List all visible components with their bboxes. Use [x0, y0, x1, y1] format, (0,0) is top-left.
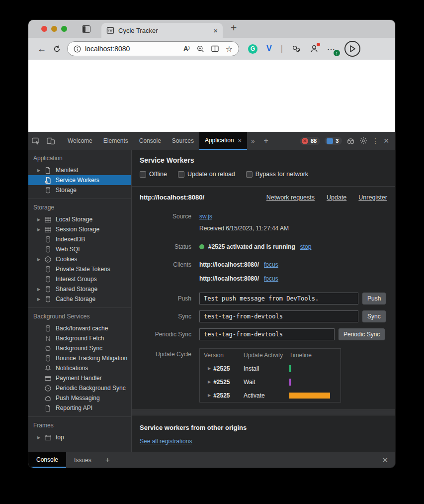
close-drawer-icon[interactable]: ✕ — [382, 452, 395, 468]
minimize-window-button[interactable] — [51, 26, 57, 32]
sidebar-item-interest-groups[interactable]: Interest Groups — [28, 274, 131, 284]
checkbox-update-on-reload[interactable]: Update on reload — [178, 171, 235, 178]
focus-link[interactable]: focus — [264, 261, 278, 268]
sidebar-item-manifest[interactable]: ▶Manifest — [28, 165, 131, 175]
collections-icon[interactable] — [292, 45, 301, 53]
read-aloud-icon[interactable]: A) — [183, 45, 190, 53]
sidebar-item-top[interactable]: ▶top — [28, 432, 131, 442]
error-count-badge[interactable]: ✕ 88 — [300, 137, 320, 145]
zoom-window-button[interactable] — [61, 26, 67, 32]
drawer-tab-issues[interactable]: Issues — [66, 452, 99, 468]
split-screen-icon[interactable] — [211, 45, 219, 52]
drawer-tab-console[interactable]: Console — [28, 452, 66, 468]
issue-count-badge[interactable]: 3 — [325, 137, 342, 145]
zoom-icon[interactable] — [197, 45, 204, 53]
sync-button[interactable]: Sync — [362, 310, 386, 322]
sidebar-item-shared-storage[interactable]: ▶Shared Storage — [28, 284, 131, 294]
expand-arrow-icon[interactable]: ▶ — [37, 227, 44, 232]
sidebar-item-background-sync[interactable]: Background Sync — [28, 343, 131, 353]
expand-arrow-icon[interactable]: ▶ — [37, 435, 44, 440]
cycle-row-wait[interactable]: ▶#2525Wait — [200, 375, 340, 389]
sidebar-item-service-workers[interactable]: Service Workers — [28, 175, 131, 185]
close-panel-tab-icon[interactable]: × — [238, 137, 242, 144]
update-link[interactable]: Update — [327, 194, 346, 201]
sidebar-item-web-sql[interactable]: Web SQL — [28, 244, 131, 254]
add-drawer-tab-icon[interactable]: + — [99, 452, 116, 468]
focus-link[interactable]: focus — [264, 275, 278, 282]
sidebar-item-periodic-background-sync[interactable]: Periodic Background Sync — [28, 383, 131, 393]
expand-arrow-icon[interactable]: ▶ — [37, 217, 44, 222]
checkbox-offline[interactable]: Offline — [140, 171, 167, 178]
cycle-row-activate[interactable]: ▶#2525Activate — [200, 389, 340, 402]
sidebar-item-push-messaging[interactable]: Push Messaging — [28, 393, 131, 403]
address-text[interactable]: localhost:8080 — [85, 45, 176, 53]
focus-mode-icon[interactable] — [346, 137, 355, 145]
sidebar-item-reporting-api[interactable]: Reporting API — [28, 403, 131, 413]
network-requests-link[interactable]: Network requests — [266, 194, 315, 201]
expand-arrow-icon[interactable]: ▶ — [208, 380, 211, 384]
device-toolbar-icon[interactable] — [43, 132, 58, 150]
grammarly-extension-icon[interactable]: G — [248, 44, 257, 54]
push-button[interactable]: Push — [362, 293, 386, 304]
sidebar-item-cookies[interactable]: ▶Cookies — [28, 254, 131, 264]
checkbox-box[interactable] — [178, 171, 184, 178]
sidebar-item-payment-handler[interactable]: Payment Handler — [28, 373, 131, 383]
copilot-icon[interactable] — [344, 41, 360, 57]
tab-actions-icon[interactable] — [82, 25, 90, 33]
devtools-tab-elements[interactable]: Elements — [98, 132, 134, 150]
unregister-link[interactable]: Unregister — [358, 194, 387, 201]
devtools-tab-sources[interactable]: Sources — [167, 132, 199, 150]
expand-arrow-icon[interactable]: ▶ — [37, 168, 44, 173]
site-info-icon[interactable] — [74, 45, 81, 53]
sync-input[interactable] — [199, 310, 358, 322]
devtools-tab-application[interactable]: Application× — [199, 132, 247, 150]
sidebar-item-private-state-tokens[interactable]: Private State Tokens — [28, 264, 131, 274]
checkbox-box[interactable] — [140, 171, 146, 178]
status-text: #2525 activated and is running — [208, 243, 295, 250]
cycle-row-install[interactable]: ▶#2525Install — [200, 362, 340, 375]
close-devtools-icon[interactable]: ✕ — [383, 137, 389, 145]
sidebar-item-local-storage[interactable]: ▶Local Storage — [28, 214, 131, 224]
expand-arrow-icon[interactable]: ▶ — [37, 257, 44, 262]
inspect-element-icon[interactable] — [28, 132, 43, 150]
sidebar-item-cache-storage[interactable]: ▶Cache Storage — [28, 294, 131, 304]
add-panel-icon[interactable]: + — [259, 136, 272, 145]
sidebar-item-bounce-tracking-mitigation[interactable]: Bounce Tracking Mitigation — [28, 353, 131, 363]
favorites-star-icon[interactable]: ☆ — [226, 44, 233, 54]
more-tabs-icon[interactable]: » — [247, 137, 258, 145]
checkbox-box[interactable] — [246, 171, 253, 178]
settings-gear-icon[interactable] — [359, 137, 367, 145]
new-tab-button[interactable]: + — [231, 22, 237, 34]
toolbar-separator: | — [281, 44, 283, 53]
source-link[interactable]: sw.js — [199, 213, 212, 220]
push-input[interactable] — [199, 293, 358, 304]
sidebar-item-notifications[interactable]: Notifications — [28, 363, 131, 373]
sidebar-item-storage[interactable]: Storage — [28, 185, 131, 195]
stop-link[interactable]: stop — [300, 243, 312, 250]
close-tab-icon[interactable]: × — [213, 26, 218, 35]
expand-arrow-icon[interactable]: ▶ — [208, 366, 211, 371]
expand-arrow-icon[interactable]: ▶ — [37, 297, 44, 302]
extension-icon[interactable]: V — [266, 44, 272, 53]
webpage-viewport[interactable] — [28, 60, 395, 132]
sidebar-item-back-forward-cache[interactable]: Back/forward cache — [28, 323, 131, 333]
profile-icon[interactable] — [310, 44, 319, 53]
sidebar-item-session-storage[interactable]: ▶Session Storage — [28, 224, 131, 234]
expand-arrow-icon[interactable]: ▶ — [208, 393, 211, 398]
sidebar-item-background-fetch[interactable]: Background Fetch — [28, 333, 131, 343]
devtools-tab-welcome[interactable]: Welcome — [62, 132, 98, 150]
periodic-sync-button[interactable]: Periodic Sync — [339, 328, 385, 340]
back-icon[interactable]: ← — [34, 44, 49, 54]
more-menu-icon[interactable]: ··· ↑ — [328, 44, 336, 53]
devtools-tab-console[interactable]: Console — [134, 132, 167, 150]
kebab-menu-icon[interactable]: ⋮ — [372, 137, 379, 145]
expand-arrow-icon[interactable]: ▶ — [37, 287, 44, 292]
see-all-registrations-link[interactable]: See all registrations — [140, 438, 192, 445]
sidebar-item-indexeddb[interactable]: IndexedDB — [28, 234, 131, 244]
periodic-sync-input[interactable] — [199, 328, 335, 340]
address-bar[interactable]: localhost:8080 A) ☆ — [67, 41, 239, 56]
close-window-button[interactable] — [41, 26, 47, 32]
checkbox-bypass-for-network[interactable]: Bypass for network — [246, 171, 308, 178]
browser-tab[interactable]: Cycle Tracker × — [101, 23, 223, 38]
refresh-icon[interactable] — [49, 45, 64, 53]
